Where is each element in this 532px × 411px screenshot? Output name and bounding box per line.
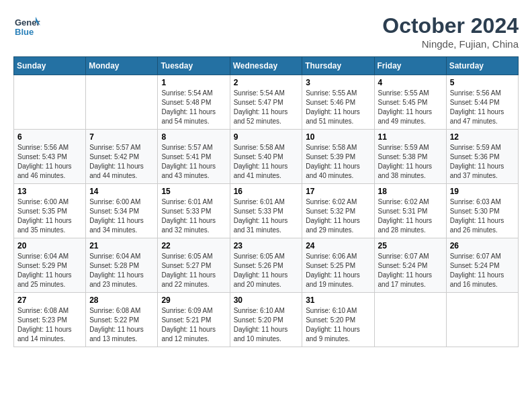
day-number: 17 [306, 187, 370, 196]
calendar-week-row: 13Sunrise: 6:00 AM Sunset: 5:35 PM Dayli… [14, 184, 519, 238]
calendar-cell: 17Sunrise: 6:02 AM Sunset: 5:32 PM Dayli… [302, 184, 374, 238]
day-number: 8 [161, 132, 226, 142]
day-number: 20 [17, 241, 82, 250]
day-number: 23 [234, 241, 299, 250]
day-number: 10 [306, 132, 370, 142]
day-info: Sunrise: 6:05 AM Sunset: 5:27 PM Dayligh… [161, 252, 226, 289]
calendar-cell [14, 75, 86, 130]
calendar-cell: 14Sunrise: 6:00 AM Sunset: 5:34 PM Dayli… [86, 184, 158, 238]
calendar-cell [86, 75, 158, 130]
calendar-cell: 12Sunrise: 5:59 AM Sunset: 5:36 PM Dayli… [446, 130, 518, 184]
calendar-cell: 30Sunrise: 6:10 AM Sunset: 5:20 PM Dayli… [230, 293, 302, 347]
day-number: 26 [450, 241, 515, 250]
day-number: 13 [17, 187, 82, 196]
day-info: Sunrise: 6:00 AM Sunset: 5:34 PM Dayligh… [89, 197, 154, 235]
day-number: 22 [161, 241, 226, 250]
calendar-cell: 31Sunrise: 6:10 AM Sunset: 5:20 PM Dayli… [302, 293, 374, 347]
calendar-cell: 29Sunrise: 6:09 AM Sunset: 5:21 PM Dayli… [158, 293, 230, 347]
calendar-week-row: 1Sunrise: 5:54 AM Sunset: 5:48 PM Daylig… [14, 75, 519, 130]
calendar-cell: 7Sunrise: 5:57 AM Sunset: 5:42 PM Daylig… [86, 130, 158, 184]
day-info: Sunrise: 5:57 AM Sunset: 5:42 PM Dayligh… [89, 143, 154, 181]
calendar-cell: 10Sunrise: 5:58 AM Sunset: 5:39 PM Dayli… [302, 130, 374, 184]
calendar-cell: 22Sunrise: 6:05 AM Sunset: 5:27 PM Dayli… [158, 238, 230, 293]
day-number: 31 [306, 295, 370, 305]
weekday-header-wednesday: Wednesday [230, 57, 302, 75]
weekday-header-tuesday: Tuesday [158, 57, 230, 75]
day-info: Sunrise: 6:01 AM Sunset: 5:33 PM Dayligh… [234, 197, 299, 235]
calendar-cell: 25Sunrise: 6:07 AM Sunset: 5:24 PM Dayli… [374, 238, 446, 293]
calendar-header-row: SundayMondayTuesdayWednesdayThursdayFrid… [14, 57, 519, 75]
day-number: 12 [450, 132, 515, 142]
day-number: 19 [450, 187, 515, 196]
day-info: Sunrise: 6:06 AM Sunset: 5:25 PM Dayligh… [306, 252, 370, 289]
day-info: Sunrise: 5:58 AM Sunset: 5:40 PM Dayligh… [234, 143, 299, 181]
day-info: Sunrise: 6:08 AM Sunset: 5:23 PM Dayligh… [17, 306, 82, 344]
calendar-cell: 21Sunrise: 6:04 AM Sunset: 5:28 PM Dayli… [86, 238, 158, 293]
day-info: Sunrise: 5:58 AM Sunset: 5:39 PM Dayligh… [306, 143, 370, 181]
day-info: Sunrise: 5:59 AM Sunset: 5:36 PM Dayligh… [450, 143, 515, 181]
day-number: 7 [89, 132, 154, 142]
day-info: Sunrise: 6:04 AM Sunset: 5:28 PM Dayligh… [89, 252, 154, 289]
day-number: 29 [161, 295, 226, 305]
location: Ningde, Fujian, China [382, 38, 519, 50]
calendar-cell [374, 293, 446, 347]
calendar-cell: 23Sunrise: 6:05 AM Sunset: 5:26 PM Dayli… [230, 238, 302, 293]
day-info: Sunrise: 6:05 AM Sunset: 5:26 PM Dayligh… [234, 252, 299, 289]
day-number: 30 [234, 295, 299, 305]
month-title: October 2024 [382, 13, 519, 38]
calendar-cell: 13Sunrise: 6:00 AM Sunset: 5:35 PM Dayli… [14, 184, 86, 238]
weekday-header-thursday: Thursday [302, 57, 374, 75]
day-info: Sunrise: 6:10 AM Sunset: 5:20 PM Dayligh… [234, 306, 299, 344]
weekday-header-monday: Monday [86, 57, 158, 75]
calendar-cell: 18Sunrise: 6:02 AM Sunset: 5:31 PM Dayli… [374, 184, 446, 238]
logo: General Blue [13, 13, 43, 40]
day-info: Sunrise: 5:55 AM Sunset: 5:46 PM Dayligh… [306, 89, 370, 126]
day-info: Sunrise: 6:01 AM Sunset: 5:33 PM Dayligh… [161, 197, 226, 235]
weekday-header-saturday: Saturday [446, 57, 518, 75]
calendar-cell: 2Sunrise: 5:54 AM Sunset: 5:47 PM Daylig… [230, 75, 302, 130]
calendar-cell: 20Sunrise: 6:04 AM Sunset: 5:29 PM Dayli… [14, 238, 86, 293]
day-number: 1 [161, 78, 226, 87]
page-header: General Blue October 2024 Ningde, Fujian… [13, 13, 519, 50]
svg-text:Blue: Blue [15, 27, 34, 37]
day-info: Sunrise: 6:07 AM Sunset: 5:24 PM Dayligh… [378, 252, 443, 289]
day-number: 16 [234, 187, 299, 196]
day-number: 18 [378, 187, 443, 196]
calendar-cell: 19Sunrise: 6:03 AM Sunset: 5:30 PM Dayli… [446, 184, 518, 238]
day-info: Sunrise: 6:02 AM Sunset: 5:31 PM Dayligh… [378, 197, 443, 235]
calendar-cell: 4Sunrise: 5:55 AM Sunset: 5:45 PM Daylig… [374, 75, 446, 130]
calendar-cell: 6Sunrise: 5:56 AM Sunset: 5:43 PM Daylig… [14, 130, 86, 184]
weekday-header-friday: Friday [374, 57, 446, 75]
day-number: 28 [89, 295, 154, 305]
day-info: Sunrise: 5:54 AM Sunset: 5:48 PM Dayligh… [161, 89, 226, 126]
day-info: Sunrise: 6:10 AM Sunset: 5:20 PM Dayligh… [306, 306, 370, 344]
calendar-table: SundayMondayTuesdayWednesdayThursdayFrid… [13, 56, 519, 347]
day-number: 6 [17, 132, 82, 142]
day-number: 11 [378, 132, 443, 142]
calendar-cell: 11Sunrise: 5:59 AM Sunset: 5:38 PM Dayli… [374, 130, 446, 184]
day-number: 4 [378, 78, 443, 87]
day-info: Sunrise: 5:57 AM Sunset: 5:41 PM Dayligh… [161, 143, 226, 181]
weekday-header-sunday: Sunday [14, 57, 86, 75]
calendar-cell [446, 293, 518, 347]
day-number: 2 [234, 78, 299, 87]
title-block: October 2024 Ningde, Fujian, China [382, 13, 519, 50]
day-number: 3 [306, 78, 370, 87]
day-info: Sunrise: 6:04 AM Sunset: 5:29 PM Dayligh… [17, 252, 82, 289]
day-info: Sunrise: 6:09 AM Sunset: 5:21 PM Dayligh… [161, 306, 226, 344]
logo-icon: General Blue [13, 13, 40, 40]
calendar-week-row: 6Sunrise: 5:56 AM Sunset: 5:43 PM Daylig… [14, 130, 519, 184]
day-info: Sunrise: 5:55 AM Sunset: 5:45 PM Dayligh… [378, 89, 443, 126]
calendar-cell: 24Sunrise: 6:06 AM Sunset: 5:25 PM Dayli… [302, 238, 374, 293]
day-number: 27 [17, 295, 82, 305]
day-number: 15 [161, 187, 226, 196]
day-info: Sunrise: 5:59 AM Sunset: 5:38 PM Dayligh… [378, 143, 443, 181]
day-info: Sunrise: 6:03 AM Sunset: 5:30 PM Dayligh… [450, 197, 515, 235]
calendar-cell: 26Sunrise: 6:07 AM Sunset: 5:24 PM Dayli… [446, 238, 518, 293]
day-info: Sunrise: 5:54 AM Sunset: 5:47 PM Dayligh… [234, 89, 299, 126]
day-info: Sunrise: 6:00 AM Sunset: 5:35 PM Dayligh… [17, 197, 82, 235]
day-info: Sunrise: 5:56 AM Sunset: 5:44 PM Dayligh… [450, 89, 515, 126]
calendar-cell: 3Sunrise: 5:55 AM Sunset: 5:46 PM Daylig… [302, 75, 374, 130]
day-info: Sunrise: 6:08 AM Sunset: 5:22 PM Dayligh… [89, 306, 154, 344]
calendar-cell: 15Sunrise: 6:01 AM Sunset: 5:33 PM Dayli… [158, 184, 230, 238]
